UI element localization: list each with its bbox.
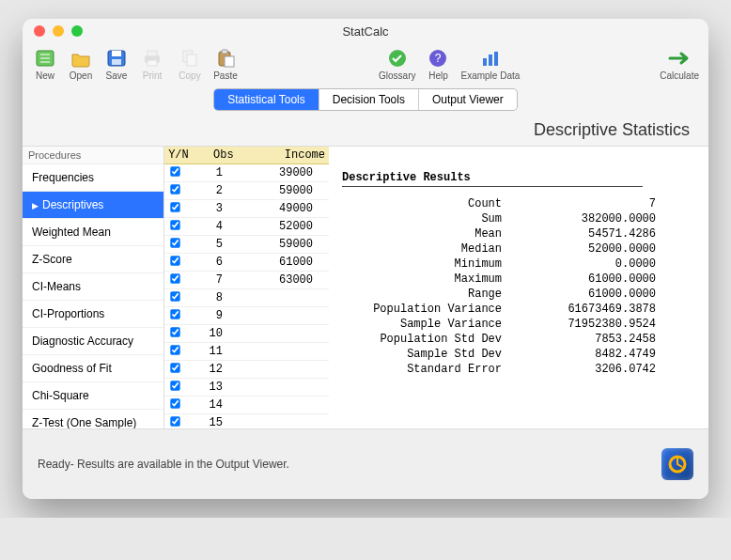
data-row[interactable]: 14: [164, 397, 329, 414]
data-row[interactable]: 763000: [164, 272, 329, 289]
result-value: 54571.4286: [524, 227, 656, 241]
row-checkbox[interactable]: [164, 308, 185, 324]
main-area: Procedures FrequenciesDescriptivesWeight…: [23, 146, 708, 428]
data-row[interactable]: 349000: [164, 200, 329, 218]
row-checkbox[interactable]: [164, 272, 185, 288]
data-grid[interactable]: Y/N Obs Income 1390002590003490004520005…: [164, 147, 329, 428]
maximize-icon[interactable]: [71, 25, 83, 37]
close-icon[interactable]: [34, 25, 45, 37]
tab-statistical-tools[interactable]: Statistical Tools: [214, 89, 319, 110]
result-row: Maximum61000.0000: [342, 272, 695, 287]
result-value: 61673469.3878: [524, 303, 656, 316]
toolbar: New Open Save Print: [23, 43, 708, 83]
result-row: Mean54571.4286: [342, 226, 695, 241]
copy-icon: [177, 47, 203, 70]
row-income[interactable]: 52000: [228, 220, 319, 233]
sidebar-item-chi-square[interactable]: Chi-Square: [23, 382, 163, 410]
calculate-button[interactable]: Calculate: [660, 47, 699, 81]
sidebar-item-ci-means[interactable]: CI-Means: [23, 273, 163, 301]
data-row[interactable]: 139000: [164, 164, 329, 182]
data-row[interactable]: 661000: [164, 254, 329, 272]
tab-decision-tools[interactable]: Decision Tools: [319, 89, 419, 110]
result-value: 61000.0000: [524, 288, 656, 301]
example-icon: [477, 47, 504, 70]
row-checkbox[interactable]: [164, 344, 185, 360]
window-controls: [34, 25, 83, 37]
data-row[interactable]: 9: [164, 307, 329, 325]
sidebar-item-z-test-one-sample-[interactable]: Z-Test (One Sample): [23, 410, 163, 428]
data-row[interactable]: 12: [164, 361, 329, 379]
svg-rect-9: [148, 60, 157, 66]
svg-rect-6: [112, 59, 121, 65]
data-row[interactable]: 11: [164, 343, 329, 361]
sidebar-item-frequencies[interactable]: Frequencies: [23, 164, 163, 192]
paste-button[interactable]: Paste: [212, 47, 239, 81]
row-income[interactable]: 61000: [228, 256, 319, 269]
result-label: Standard Error: [342, 363, 524, 376]
procedures-sidebar[interactable]: Procedures FrequenciesDescriptivesWeight…: [23, 147, 164, 428]
data-row[interactable]: 452000: [164, 218, 329, 236]
open-button[interactable]: Open: [68, 47, 94, 81]
svg-rect-11: [187, 54, 196, 66]
help-icon: ?: [425, 47, 451, 70]
data-row[interactable]: 559000: [164, 236, 329, 254]
tab-output-viewer[interactable]: Output Viewer: [419, 89, 517, 110]
data-grid-header: Y/N Obs Income: [164, 147, 329, 164]
data-row[interactable]: 15: [164, 414, 329, 428]
data-row[interactable]: 10: [164, 325, 329, 343]
row-checkbox[interactable]: [164, 219, 185, 235]
svg-rect-20: [494, 52, 498, 66]
row-checkbox[interactable]: [164, 183, 185, 199]
result-row: Sum382000.0000: [342, 211, 695, 226]
row-income[interactable]: 39000: [228, 166, 319, 179]
result-row: Population Variance61673469.3878: [342, 302, 695, 317]
row-checkbox[interactable]: [164, 326, 185, 342]
row-income[interactable]: 59000: [228, 238, 319, 251]
svg-rect-5: [112, 51, 121, 56]
sidebar-item-ci-proportions[interactable]: CI-Proportions: [23, 301, 163, 328]
result-row: Population Std Dev7853.2458: [342, 332, 695, 347]
result-row: Range61000.0000: [342, 287, 695, 302]
sidebar-item-weighted-mean[interactable]: Weighted Mean: [23, 219, 163, 246]
row-checkbox[interactable]: [164, 255, 185, 271]
row-obs: 10: [185, 327, 228, 340]
result-label: Sample Variance: [342, 318, 524, 331]
content-area: Y/N Obs Income 1390002590003490004520005…: [164, 147, 708, 428]
minimize-icon[interactable]: [53, 25, 64, 37]
row-checkbox[interactable]: [164, 397, 185, 413]
sidebar-item-goodness-of-fit[interactable]: Goodness of Fit: [23, 355, 163, 382]
save-button[interactable]: Save: [103, 47, 130, 81]
row-obs: 12: [185, 363, 228, 376]
row-checkbox[interactable]: [164, 380, 185, 396]
calculate-icon: [666, 47, 692, 70]
row-income[interactable]: 59000: [228, 184, 319, 197]
copy-label: Copy: [179, 70, 200, 81]
help-button[interactable]: ? Help: [425, 47, 451, 81]
copy-button[interactable]: Copy: [177, 47, 203, 81]
new-button[interactable]: New: [32, 47, 58, 81]
data-row[interactable]: 8: [164, 289, 329, 307]
row-obs: 1: [185, 166, 228, 179]
row-income[interactable]: 49000: [228, 202, 319, 215]
print-button[interactable]: Print: [139, 47, 165, 81]
row-income[interactable]: 63000: [228, 273, 319, 287]
glossary-button[interactable]: Glossary: [379, 47, 415, 81]
result-label: Minimum: [342, 257, 524, 271]
result-label: Range: [342, 288, 524, 301]
row-checkbox[interactable]: [164, 362, 185, 378]
sidebar-item-diagnostic-accuracy[interactable]: Diagnostic Accuracy: [23, 328, 163, 355]
row-checkbox[interactable]: [164, 165, 185, 181]
row-checkbox[interactable]: [164, 415, 185, 429]
result-label: Sample Std Dev: [342, 348, 524, 361]
data-row[interactable]: 259000: [164, 182, 329, 200]
sidebar-item-z-score[interactable]: Z-Score: [23, 246, 163, 273]
row-checkbox[interactable]: [164, 290, 185, 306]
data-row[interactable]: 13: [164, 379, 329, 397]
sidebar-item-descriptives[interactable]: Descriptives: [23, 192, 163, 219]
row-checkbox[interactable]: [164, 237, 185, 253]
result-value: 52000.0000: [524, 242, 656, 256]
row-obs: 2: [185, 184, 228, 197]
example-data-button[interactable]: Example Data: [460, 47, 520, 81]
row-checkbox[interactable]: [164, 201, 185, 217]
result-label: Sum: [342, 212, 524, 226]
